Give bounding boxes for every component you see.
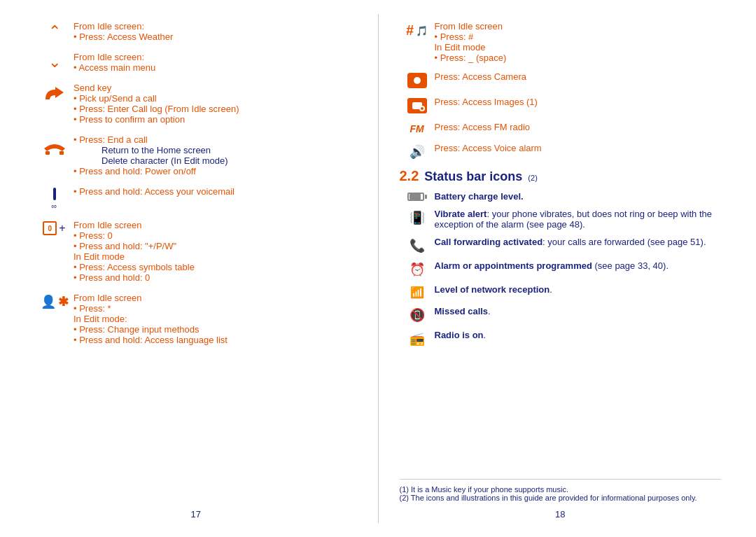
entry-fm-text: Press: Access FM radio (435, 122, 722, 132)
entry-camera-text: Press: Access Camera (435, 71, 722, 82)
from-idle-label-1: From Idle screen: (74, 21, 357, 32)
star-asterisk-icon: 👤 ✱ (35, 293, 74, 309)
entry-side-btn: ∞ • Press and hold: Access your voicemai… (35, 186, 357, 210)
down-arrow-icon: ⌄ (35, 52, 74, 71)
right-page-num: 18 (555, 509, 565, 519)
access-voice-alarm: Press: Access Voice alarm (435, 143, 722, 153)
alarm-icon: ⏰ (400, 260, 435, 277)
voice-alarm-icon: 🔊 (400, 143, 435, 160)
pick-up-send: • Pick up/Send a call (74, 93, 357, 104)
press-change-input: • Press: Change input methods (74, 324, 357, 335)
entry-voice-alarm-text: Press: Access Voice alarm (435, 143, 722, 153)
entry-down-arrow-text: From Idle screen: • Access main menu (74, 52, 357, 73)
vibrate-label: Vibrate alert (435, 209, 487, 219)
call-forward-text: Call forwarding activated: your calls ar… (435, 237, 722, 247)
svg-rect-1 (59, 151, 64, 155)
access-main-menu: • Access main menu (74, 62, 357, 73)
press-hold-voicemail: • Press and hold: Access your voicemail (74, 186, 357, 197)
fm-icon: FM (400, 122, 435, 134)
radio-text: Radio is on. (435, 330, 722, 340)
entry-zero-plus-text: From Idle screen • Press: 0 • Press and … (74, 220, 357, 283)
up-arrow-icon: ⌃ (35, 21, 74, 41)
in-edit-mode-zero: In Edit mode (74, 251, 357, 262)
footnote-1: (1) It is a Music key if your phone supp… (400, 485, 722, 494)
hash-music-icon: # 🎵 (400, 21, 435, 39)
press-zero: • Press: 0 (74, 230, 357, 241)
press-end-call: • Press: End a call (74, 134, 357, 145)
battery-icon (400, 191, 435, 201)
entry-end-key-text: • Press: End a call Return to the Home s… (74, 134, 357, 176)
entry-star: 👤 ✱ From Idle screen • Press: * In Edit … (35, 293, 357, 345)
battery-text: Battery charge level. (435, 191, 722, 202)
vibrate-icon: 📳 (400, 209, 435, 225)
status-entry-call-forward: 📞 Call forwarding activated: your calls … (400, 237, 722, 253)
entry-images-text: Press: Access Images (1) (435, 97, 722, 107)
end-key-icon (35, 134, 74, 155)
vibrate-text: Vibrate alert: your phone vibrates, but … (435, 209, 722, 230)
battery-label: Battery charge level. (435, 191, 524, 202)
entry-camera: Press: Access Camera (400, 71, 722, 88)
entry-end-key: • Press: End a call Return to the Home s… (35, 134, 357, 176)
network-label: Level of network reception (435, 284, 550, 295)
press-hash: • Press: # (435, 32, 722, 42)
return-home: Return to the Home screen (74, 145, 357, 155)
entry-star-text: From Idle screen • Press: * In Edit mode… (74, 293, 357, 345)
call-forward-label: Call forwarding activated (435, 237, 543, 247)
status-entry-alarm: ⏰ Alarm or appointments programmed (see … (400, 260, 722, 277)
press-hold-zero: • Press and hold: 0 (74, 272, 357, 283)
entry-voice-alarm: 🔊 Press: Access Voice alarm (400, 143, 722, 160)
alarm-text: Alarm or appointments programmed (see pa… (435, 260, 722, 271)
access-weather: • Press: Access Weather (74, 32, 357, 42)
entry-fm: FM Press: Access FM radio (400, 122, 722, 134)
images-icon (400, 97, 435, 113)
entry-send-key: Send key • Pick up/Send a call • Press: … (35, 83, 357, 125)
status-entry-radio: 📻 Radio is on. (400, 330, 722, 347)
call-forward-desc: : your calls are forwarded (see page 51)… (542, 237, 706, 247)
entry-zero-plus: 0 + From Idle screen • Press: 0 • Press … (35, 220, 357, 283)
entry-send-key-text: Send key • Pick up/Send a call • Press: … (74, 83, 357, 125)
send-key-label: Send key (74, 83, 357, 93)
from-idle-hash: From Idle screen (435, 21, 722, 32)
entry-up-arrow: ⌃ From Idle screen: • Press: Access Weat… (35, 21, 357, 42)
footnote-2: (2) The icons and illustrations in this … (400, 494, 722, 502)
entry-hash: # 🎵 From Idle screen • Press: # In Edit … (400, 21, 722, 63)
side-btn-icon: ∞ (35, 186, 74, 210)
footnotes: (1) It is a Music key if your phone supp… (400, 479, 722, 502)
status-entry-missed-calls: 📵 Missed calls. (400, 306, 722, 323)
section-num: 2.2 (400, 168, 419, 184)
entry-images: Press: Access Images (1) (400, 97, 722, 113)
press-star: • Press: * (74, 303, 357, 314)
from-idle-label-2: From Idle screen: (74, 52, 357, 62)
press-hold-power: • Press and hold: Power on/off (74, 166, 357, 176)
section-title: Status bar icons (424, 169, 522, 184)
in-edit-hash: In Edit mode (435, 42, 722, 53)
press-enter-call-log: • Press: Enter Call log (From Idle scree… (74, 104, 357, 114)
in-edit-mode-star: In Edit mode: (74, 314, 357, 324)
missed-calls-icon: 📵 (400, 306, 435, 323)
left-page-num: 17 (191, 509, 201, 519)
press-symbols: • Press: Access symbols table (74, 262, 357, 272)
status-entry-vibrate: 📳 Vibrate alert: your phone vibrates, bu… (400, 209, 722, 230)
press-hold-language: • Press and hold: Access language list (74, 335, 357, 345)
page-divider (378, 14, 379, 523)
from-idle-zero: From Idle screen (74, 220, 357, 230)
radio-label: Radio is on (435, 330, 484, 340)
page-container: ⌃ From Idle screen: • Press: Access Weat… (0, 0, 756, 537)
network-icon: 📶 (400, 284, 435, 299)
access-camera: Press: Access Camera (435, 71, 722, 82)
send-key-icon (35, 83, 74, 104)
missed-calls-label: Missed calls (435, 306, 489, 316)
entry-up-arrow-text: From Idle screen: • Press: Access Weathe… (74, 21, 357, 42)
call-forward-icon: 📞 (400, 237, 435, 253)
network-text: Level of network reception. (435, 284, 722, 295)
radio-desc: . (484, 330, 486, 340)
press-hold-plus: • Press and hold: "+/P/W" (74, 241, 357, 251)
svg-rect-0 (46, 151, 50, 155)
camera-icon (400, 71, 435, 88)
delete-char: Delete character (In Edit mode) (74, 155, 357, 166)
left-page: ⌃ From Idle screen: • Press: Access Weat… (21, 14, 371, 523)
missed-calls-desc: . (488, 306, 491, 316)
missed-calls-text: Missed calls. (435, 306, 722, 316)
entry-side-btn-text: • Press and hold: Access your voicemail (74, 186, 357, 197)
from-idle-star: From Idle screen (74, 293, 357, 303)
